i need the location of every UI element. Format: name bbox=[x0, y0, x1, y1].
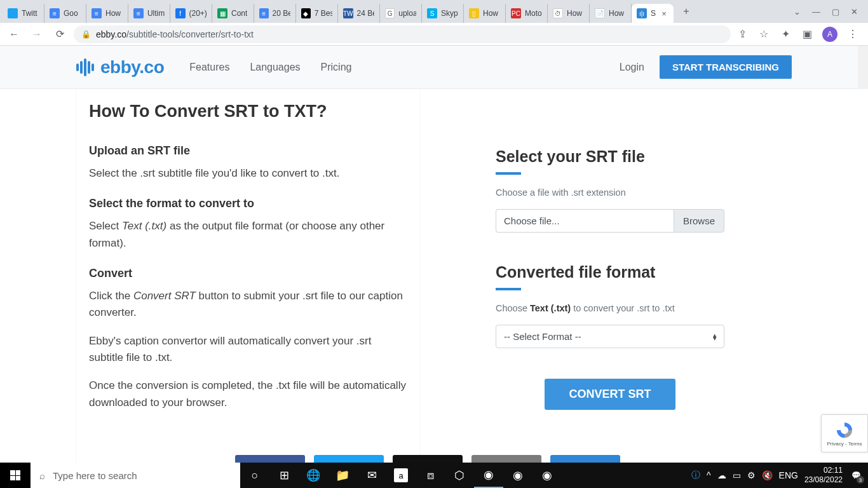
browser-tab[interactable]: ▦Cont bbox=[212, 4, 254, 23]
task-view-icon[interactable]: ⊞ bbox=[269, 463, 299, 488]
extensions-icon[interactable]: ✦ bbox=[779, 28, 792, 41]
volume-icon[interactable]: 🔇 bbox=[762, 470, 773, 480]
recaptcha-badge[interactable]: Privacy - Terms bbox=[821, 414, 868, 452]
tab-label: S bbox=[651, 9, 656, 18]
bookmark-icon[interactable]: ☆ bbox=[757, 28, 770, 41]
wifi-icon[interactable]: ⚙ bbox=[747, 470, 756, 480]
step3-heading: Convert bbox=[89, 267, 407, 280]
taskbar-clock[interactable]: 02:11 23/08/2022 bbox=[804, 466, 843, 485]
app-icon[interactable]: ⬡ bbox=[445, 463, 474, 488]
tab-favicon: ◆ bbox=[301, 8, 311, 18]
tabs-dropdown-icon[interactable]: ⌄ bbox=[794, 7, 801, 17]
search-placeholder: Type here to search bbox=[53, 470, 137, 481]
profile-avatar[interactable]: A bbox=[822, 27, 837, 42]
step2-text: Select Text (.txt) as the output file fo… bbox=[89, 218, 407, 252]
browser-tab[interactable]: SSkyp bbox=[422, 4, 464, 23]
back-button[interactable]: ← bbox=[5, 25, 23, 43]
url-input[interactable]: 🔒 ebby.co/subtitle-tools/converter/srt-t… bbox=[74, 25, 731, 43]
tab-favicon: ▯ bbox=[469, 8, 479, 18]
url-text: ebby.co/subtitle-tools/converter/srt-to-… bbox=[96, 29, 254, 39]
chrome-icon-2[interactable]: ◉ bbox=[503, 463, 532, 488]
new-tab-button[interactable]: + bbox=[677, 3, 695, 20]
format-heading: Converted file format bbox=[496, 263, 724, 281]
browser-tab[interactable]: ≡20 Be bbox=[254, 4, 296, 23]
browser-tab[interactable]: f(20+) bbox=[170, 4, 212, 23]
instructions-card: How To Convert SRT to TXT? Upload an SRT… bbox=[76, 89, 419, 463]
language-indicator[interactable]: ENG bbox=[779, 470, 798, 480]
maximize-icon[interactable]: ▢ bbox=[832, 7, 839, 17]
tray-chevron-icon[interactable]: ^ bbox=[707, 470, 711, 480]
tab-label: Moto bbox=[525, 9, 542, 18]
forward-button[interactable]: → bbox=[28, 25, 46, 43]
tab-close-icon[interactable]: × bbox=[660, 9, 668, 18]
browser-tab[interactable]: ≡Ultim bbox=[128, 4, 170, 23]
cortana-icon[interactable]: ○ bbox=[240, 463, 269, 488]
social-share-button[interactable] bbox=[235, 455, 305, 463]
browser-tab[interactable]: Twitt bbox=[3, 4, 44, 23]
step2-heading: Select the format to convert to bbox=[89, 197, 407, 210]
mail-icon[interactable]: ✉ bbox=[357, 463, 386, 488]
browser-tab[interactable]: ≡How bbox=[86, 4, 128, 23]
browser-tab[interactable]: ◆7 Bes bbox=[296, 4, 338, 23]
notifications-icon[interactable]: 💬 3 bbox=[849, 468, 863, 482]
menu-icon[interactable]: ⋮ bbox=[846, 28, 859, 41]
browser-tab[interactable]: ⏱How bbox=[548, 4, 590, 23]
nav-languages[interactable]: Languages bbox=[250, 62, 300, 73]
social-share-button[interactable] bbox=[393, 455, 463, 463]
reload-button[interactable]: ⟳ bbox=[51, 25, 69, 43]
site-logo[interactable]: ebby.co bbox=[76, 57, 164, 78]
step3-text1: Click the Convert SRT button to submit y… bbox=[89, 288, 407, 322]
login-link[interactable]: Login bbox=[620, 62, 644, 73]
taskbar-search[interactable]: ⌕ Type here to search bbox=[31, 463, 240, 488]
browser-tab[interactable]: ▯How bbox=[464, 4, 506, 23]
sidepanel-icon[interactable]: ▣ bbox=[801, 28, 813, 41]
browser-tab[interactable]: ı|ıS× bbox=[632, 4, 674, 23]
page-viewport: ebby.co Features Languages Pricing Login… bbox=[0, 46, 868, 463]
start-transcribing-button[interactable]: START TRANSCRIBING bbox=[660, 55, 792, 79]
logo-text: ebby.co bbox=[100, 57, 164, 78]
address-bar: ← → ⟳ 🔒 ebby.co/subtitle-tools/converter… bbox=[0, 23, 868, 46]
logo-icon bbox=[76, 58, 94, 76]
amazon-icon[interactable]: a bbox=[394, 468, 408, 482]
tab-label: Cont bbox=[231, 9, 247, 18]
windows-logo-icon bbox=[10, 470, 20, 480]
browser-tab[interactable]: Guploa bbox=[380, 4, 422, 23]
tab-label: How bbox=[105, 9, 121, 18]
social-share-button[interactable] bbox=[471, 455, 541, 463]
format-select[interactable]: -- Select Format -- bbox=[496, 325, 724, 348]
convert-button[interactable]: CONVERT SRT bbox=[545, 379, 675, 410]
share-icon[interactable]: ⇪ bbox=[736, 28, 749, 41]
dropbox-icon[interactable]: ⧈ bbox=[416, 463, 445, 488]
browser-tab[interactable]: TW24 Be bbox=[338, 4, 380, 23]
browse-button[interactable]: Browse bbox=[674, 209, 724, 233]
file-input[interactable]: Choose file... bbox=[496, 209, 674, 233]
file-explorer-icon[interactable]: 📁 bbox=[328, 463, 357, 488]
format-hint: Choose Text (.txt) to convert your .srt … bbox=[496, 303, 724, 313]
help-icon[interactable]: ⓘ bbox=[691, 470, 700, 481]
browser-tab[interactable]: PCMoto bbox=[506, 4, 548, 23]
windows-taskbar: ⌕ Type here to search ○ ⊞ 🌐 📁 ✉ a ⧈ ⬡ ◉ … bbox=[0, 463, 868, 488]
battery-icon[interactable]: ▭ bbox=[733, 470, 741, 480]
tab-favicon: PC bbox=[511, 8, 521, 18]
tab-label: How bbox=[483, 9, 498, 18]
social-share-button[interactable] bbox=[550, 455, 620, 463]
search-icon: ⌕ bbox=[39, 470, 45, 481]
tab-favicon bbox=[8, 8, 18, 18]
chrome-icon-1[interactable]: ◉ bbox=[474, 463, 503, 488]
social-share-button[interactable] bbox=[314, 455, 384, 463]
nav-features[interactable]: Features bbox=[189, 62, 229, 73]
close-window-icon[interactable]: ✕ bbox=[851, 7, 858, 17]
tab-label: How bbox=[567, 9, 582, 18]
tab-favicon: S bbox=[427, 8, 437, 18]
nav-pricing[interactable]: Pricing bbox=[321, 62, 352, 73]
browser-tab[interactable]: ≡Goo bbox=[44, 4, 86, 23]
chrome-icon-3[interactable]: ◉ bbox=[532, 463, 562, 488]
browser-tab[interactable]: 📄How bbox=[590, 4, 632, 23]
start-button[interactable] bbox=[0, 463, 31, 488]
step1-text: Select the .srt subtitle file you'd like… bbox=[89, 165, 407, 182]
step3-text2: Ebby's caption convertor will automatica… bbox=[89, 333, 407, 367]
minimize-icon[interactable]: — bbox=[812, 7, 820, 17]
onedrive-icon[interactable]: ☁ bbox=[717, 470, 726, 480]
tab-label: 7 Bes bbox=[315, 9, 332, 18]
edge-icon[interactable]: 🌐 bbox=[299, 463, 328, 488]
